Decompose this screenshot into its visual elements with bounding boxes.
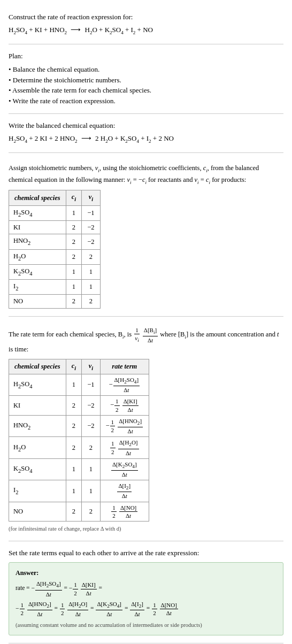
rate-expression-2: −12 Δ[HNO2]Δt = 12 Δ[H2O]Δt = Δ[K2SO4]Δt… — [16, 600, 276, 618]
ni-cell: −2 — [82, 220, 100, 234]
plan-section: Plan: Balance the chemical equation. Det… — [9, 45, 283, 114]
ni-cell: 1 — [82, 264, 100, 279]
table-row: KI 2 −2 −12 Δ[KI]Δt — [9, 396, 149, 416]
ci-cell: 2 — [66, 294, 81, 308]
ni-cell: 1 — [82, 458, 100, 480]
ci-cell: 2 — [66, 416, 81, 437]
balanced-heading: Write the balanced chemical equation: — [9, 120, 283, 131]
main-reaction: H2SO4 + KI + HNO2 ⟶ H2O + K2SO4 + I2 + N… — [9, 25, 283, 36]
species-cell: H2SO4 — [9, 374, 66, 396]
ni-cell: 1 — [82, 279, 100, 294]
ci-cell: 2 — [66, 220, 81, 234]
ci-cell: 2 — [66, 249, 81, 264]
col-rate: rate term — [100, 359, 149, 374]
species-cell: I2 — [9, 279, 66, 294]
ni-cell: 1 — [82, 480, 100, 502]
table-row: K2SO4 1 1 Δ[K2SO4]Δt — [9, 458, 149, 480]
table-row: HNO2 2 −2 −12 Δ[HNO2]Δt — [9, 416, 149, 437]
table-row: I2 1 1 Δ[I2]Δt — [9, 480, 149, 502]
plan-step-4: Write the rate of reaction expression. — [9, 96, 283, 106]
ni-cell: −2 — [82, 234, 100, 249]
delta-fraction: Δ[Bi] Δt — [143, 326, 158, 344]
table-row: H2SO4 1 −1 — [9, 205, 101, 220]
table-row: H2SO4 1 −1 −Δ[H2SO4]Δt — [9, 374, 149, 396]
plan-step-2: Determine the stoichiometric numbers. — [9, 75, 283, 86]
footnote: (for infinitesimal rate of change, repla… — [9, 525, 283, 533]
table-row: H2O 2 2 12 Δ[H2O]Δt — [9, 437, 149, 458]
species-cell: KI — [9, 220, 66, 234]
species-cell: H2SO4 — [9, 205, 66, 220]
ni-cell: 2 — [82, 294, 100, 308]
col-ni-1: νi — [82, 190, 100, 205]
ci-cell: 2 — [66, 396, 81, 416]
answer-intro: Set the rate terms equal to each other t… — [9, 548, 283, 558]
stoich-section-1: Assign stoichiometric numbers, νi, using… — [9, 154, 283, 317]
plan-list: Balance the chemical equation. Determine… — [9, 64, 283, 106]
col-ci-2: ci — [66, 359, 81, 374]
species-cell: HNO2 — [9, 416, 66, 437]
col-species-2: chemical species — [9, 359, 66, 374]
rate-expression: rate = −Δ[H2SO4]Δt = −12 Δ[KI]Δt = — [16, 580, 276, 597]
ci-cell: 1 — [66, 480, 81, 502]
plan-step-3: Assemble the rate term for each chemical… — [9, 85, 283, 96]
table-row: I2 1 1 — [9, 279, 101, 294]
ni-cell: −1 — [82, 374, 100, 396]
col-ci-1: ci — [66, 190, 81, 205]
ci-cell: 1 — [66, 205, 81, 220]
balanced-reaction: H2SO4 + 2 KI + 2 HNO2 ⟶ 2 H2O + K2SO4 + … — [9, 133, 283, 145]
ni-cell: −2 — [82, 396, 100, 416]
ci-cell: 1 — [66, 279, 81, 294]
table-row: KI 2 −2 — [9, 220, 101, 234]
stoich-table-1: chemical species ci νi H2SO4 1 −1 KI 2 −… — [9, 190, 101, 308]
rate-term-intro: The rate term for each chemical species,… — [9, 326, 283, 355]
ni-cell: 2 — [82, 437, 100, 458]
rate-cell: 12 Δ[NO]Δt — [100, 502, 149, 522]
rate-cell: −12 Δ[HNO2]Δt — [100, 416, 149, 437]
rate-cell: −Δ[H2SO4]Δt — [100, 374, 149, 396]
species-cell: H2O — [9, 437, 66, 458]
construct-label: Construct the rate of reaction expressio… — [9, 12, 283, 22]
balanced-section: Write the balanced chemical equation: H2… — [9, 115, 283, 153]
plan-heading: Plan: — [9, 51, 283, 62]
header-section: Construct the rate of reaction expressio… — [9, 6, 283, 44]
ci-cell: 2 — [66, 502, 81, 522]
rate-cell: Δ[I2]Δt — [100, 480, 149, 502]
species-cell: KI — [9, 396, 66, 416]
ci-cell: 2 — [66, 234, 81, 249]
stoich-intro: Assign stoichiometric numbers, νi, using… — [9, 163, 283, 186]
ni-cell: −1 — [82, 205, 100, 220]
ci-cell: 1 — [66, 374, 81, 396]
species-cell: K2SO4 — [9, 458, 66, 480]
answer-footnote: (assuming constant volume and no accumul… — [16, 621, 276, 630]
col-species-1: chemical species — [9, 190, 66, 205]
ci-cell: 2 — [66, 437, 81, 458]
table-row: HNO2 2 −2 — [9, 234, 101, 249]
stoich-table-2: chemical species ci νi rate term H2SO4 1… — [9, 359, 149, 522]
ni-cell: 2 — [82, 249, 100, 264]
species-cell: NO — [9, 502, 66, 522]
species-cell: H2O — [9, 249, 66, 264]
rate-cell: 12 Δ[H2O]Δt — [100, 437, 149, 458]
col-ni-2: νi — [82, 359, 100, 374]
ci-cell: 1 — [66, 458, 81, 480]
answer-label: Answer: — [16, 568, 276, 578]
table-row: K2SO4 1 1 — [9, 264, 101, 279]
species-cell: NO — [9, 294, 66, 308]
plan-step-1: Balance the chemical equation. — [9, 64, 283, 75]
table-row: NO 2 2 12 Δ[NO]Δt — [9, 502, 149, 522]
rate-term-section: The rate term for each chemical species,… — [9, 318, 283, 541]
rate-cell: −12 Δ[KI]Δt — [100, 396, 149, 416]
ni-cell: 2 — [82, 502, 100, 522]
ni-cell: −2 — [82, 416, 100, 437]
species-cell: HNO2 — [9, 234, 66, 249]
table-row: NO 2 2 — [9, 294, 101, 308]
rate-cell: Δ[K2SO4]Δt — [100, 458, 149, 480]
species-cell: K2SO4 — [9, 264, 66, 279]
species-cell: I2 — [9, 480, 66, 502]
table-row: H2O 2 2 — [9, 249, 101, 264]
answer-box: Answer: rate = −Δ[H2SO4]Δt = −12 Δ[KI]Δt… — [9, 562, 283, 635]
rate-fraction: 1 νi — [134, 326, 140, 344]
answer-section: Set the rate terms equal to each other t… — [9, 542, 283, 643]
ci-cell: 1 — [66, 264, 81, 279]
